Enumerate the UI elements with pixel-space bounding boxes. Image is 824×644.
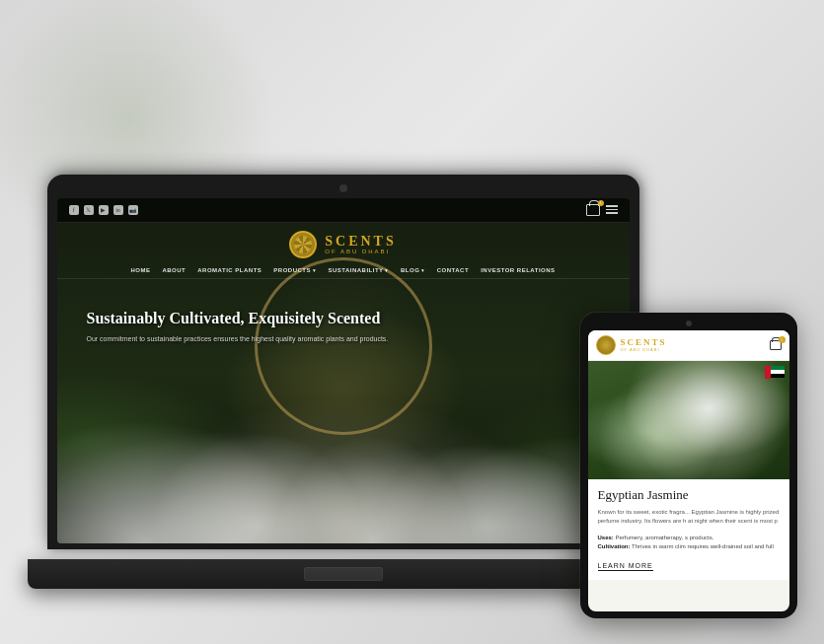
cart-icon[interactable] [586,204,600,216]
cultivation-label: Cultivation: [598,543,631,549]
laptop-logo-area: SCENTS OF ABU DHABI [57,223,630,262]
social-icons-group: f 𝕏 ▶ in 📷 [69,205,138,215]
tablet-logo: SCENTS OF ABU DHABI [596,335,667,355]
laptop-nav: HOME ABOUT AROMATIC PLANTS PRODUCTS SUST… [57,262,630,279]
laptop-screen-outer: f 𝕏 ▶ in 📷 1 [47,175,639,549]
tablet-product-cultivation: Cultivation: Thrives in warm clim requir… [598,542,780,552]
cultivation-value: Thrives in warm clim requires well-drain… [632,543,774,549]
laptop-base [28,559,659,589]
tablet-product-content: Egyptian Jasmine Known for its sweet, ex… [588,479,789,580]
linkedin-icon[interactable]: in [113,205,123,215]
tablet-camera [686,321,692,326]
nav-aromatic-plants[interactable]: AROMATIC PLANTS [197,267,262,273]
uses-value: Perfumery, aromatherapy, s products. [616,535,714,540]
tablet-brand-name: SCENTS [621,338,667,347]
tablet-flower-overlay [588,361,789,479]
tablet-brand-subname: OF ABU DHABI [621,347,667,352]
cart-area: 1 [586,204,618,216]
uae-flag [765,366,785,379]
hero-title: Sustainably Cultivated, Exquisitely Scen… [87,309,600,329]
tablet-device: SCENTS OF ABU DHABI 1 [580,313,797,618]
tablet-product-description: Known for its sweet, exotic fragra... Eg… [598,508,780,526]
twitter-icon[interactable]: 𝕏 [84,205,94,215]
tablet-topbar: SCENTS OF ABU DHABI 1 [588,330,789,361]
nav-blog[interactable]: BLOG [401,267,425,273]
nav-investor-relations[interactable]: INVESTOR RELATIONS [481,267,555,273]
laptop-camera [339,184,347,192]
laptop-topbar: f 𝕏 ▶ in 📷 1 [57,198,630,223]
logo-emblem [289,231,317,258]
nav-home[interactable]: HOME [130,267,150,273]
facebook-icon[interactable]: f [69,205,79,215]
flag-red-stripe [765,366,771,379]
brand-subname: OF ABU DHABI [325,249,396,254]
tablet-cart-badge: 1 [779,336,786,343]
instagram-icon[interactable]: 📷 [128,205,138,215]
tablet-logo-text: SCENTS OF ABU DHABI [621,338,667,352]
tablet-cart-container: 1 [770,340,782,350]
learn-more-button[interactable]: LEARN MORE [598,562,653,571]
tablet-logo-emblem [596,335,616,355]
laptop-website: f 𝕏 ▶ in 📷 1 [57,198,630,543]
tablet-hero-image [588,361,789,479]
tablet-product-title: Egyptian Jasmine [598,487,780,503]
nav-about[interactable]: ABOUT [162,267,186,273]
laptop-device: f 𝕏 ▶ in 📷 1 [28,175,659,589]
cart-badge: 1 [598,200,604,206]
youtube-icon[interactable]: ▶ [99,205,109,215]
uses-label: Uses: [598,535,614,540]
brand-name: SCENTS [325,235,396,249]
hero-content: Sustainably Cultivated, Exquisitely Scen… [57,279,630,345]
nav-products[interactable]: PRODUCTS [273,267,316,273]
scene-container: f 𝕏 ▶ in 📷 1 [28,27,797,618]
hero-subtitle: Our commitment to sustainable practices … [87,334,462,345]
logo-emblem-inner [294,236,312,253]
laptop-screen: f 𝕏 ▶ in 📷 1 [57,198,630,543]
tablet-screen: SCENTS OF ABU DHABI 1 [588,330,789,611]
logo-text-group: SCENTS OF ABU DHABI [325,235,396,254]
nav-sustainability[interactable]: SUSTAINABILITY [328,267,389,273]
hamburger-menu[interactable] [606,205,618,214]
nav-contact[interactable]: CONTACT [437,267,469,273]
laptop-trackpad [304,567,383,581]
tablet-product-uses: Uses: Perfumery, aromatherapy, s product… [598,534,780,543]
